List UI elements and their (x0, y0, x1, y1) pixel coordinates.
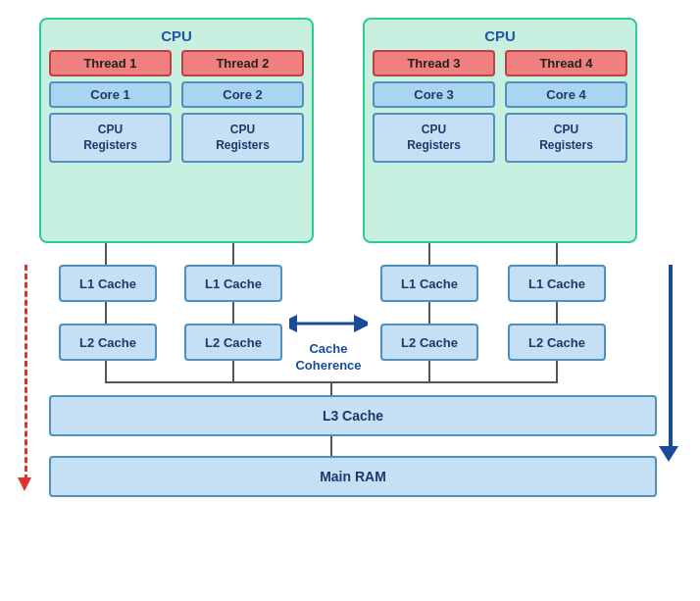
l2-cache-4: L2 Cache (508, 324, 606, 361)
core-3-box: Core 3 (373, 81, 495, 108)
vert-line-2 (232, 243, 234, 265)
vert-l2-l3-4 (556, 361, 558, 382)
cache-coherence-arrow (289, 314, 368, 341)
main-ram: Main RAM (49, 456, 657, 497)
vert-l1-l2-1 (105, 302, 107, 324)
core-4-box: Core 4 (505, 81, 627, 108)
vert-to-l3 (330, 381, 332, 395)
blue-arrow (662, 265, 678, 462)
thread-1-box: Thread 1 (49, 50, 172, 76)
l1-cache-3: L1 Cache (380, 265, 478, 302)
blue-arrow-head (659, 446, 678, 462)
registers-4-box: CPURegisters (505, 113, 627, 163)
core-unit-2: Thread 2 Core 2 CPURegisters (181, 50, 304, 163)
cpu-left: CPU Thread 1 Core 1 CPURegisters Thread … (39, 18, 314, 243)
core-unit-4: Thread 4 Core 4 CPURegisters (505, 50, 627, 163)
vert-line-4 (556, 243, 558, 265)
registers-3-box: CPURegisters (373, 113, 495, 163)
vert-l1-l2-4 (556, 302, 558, 324)
vert-l2-l3-2 (232, 361, 234, 382)
cpu-right-label: CPU (373, 27, 627, 44)
l1-cache-4: L1 Cache (508, 265, 606, 302)
registers-2-box: CPURegisters (181, 113, 304, 163)
vert-l2-l3-3 (428, 361, 430, 382)
cache-coherence-label: CacheCoherence (295, 341, 361, 375)
red-arrow-head (18, 477, 31, 491)
vert-line-1 (105, 243, 107, 265)
cpu-right-inner: Thread 3 Core 3 CPURegisters Thread 4 Co… (373, 50, 627, 163)
l1-cache-1: L1 Cache (59, 265, 157, 302)
cpu-left-label: CPU (49, 27, 304, 44)
red-dashed-line (25, 265, 27, 480)
cpu-left-inner: Thread 1 Core 1 CPURegisters Thread 2 Co… (49, 50, 304, 163)
core-unit-1: Thread 1 Core 1 CPURegisters (49, 50, 172, 163)
cpu-right: CPU Thread 3 Core 3 CPURegisters Thread … (363, 18, 637, 243)
cache-coherence: CacheCoherence (289, 314, 368, 375)
l3-cache: L3 Cache (49, 395, 657, 436)
vert-line-3 (428, 243, 430, 265)
l2-cache-2: L2 Cache (184, 324, 282, 361)
thread-4-box: Thread 4 (505, 50, 627, 76)
vert-l1-l2-2 (232, 302, 234, 324)
vert-l3-ram (330, 436, 332, 456)
vert-l2-l3-1 (105, 361, 107, 382)
vert-l1-l2-3 (428, 302, 430, 324)
l2-cache-1: L2 Cache (59, 324, 157, 361)
thread-2-box: Thread 2 (181, 50, 304, 76)
core-unit-3: Thread 3 Core 3 CPURegisters (373, 50, 495, 163)
diagram: CPU Thread 1 Core 1 CPURegisters Thread … (0, 0, 700, 601)
l2-cache-3: L2 Cache (380, 324, 478, 361)
core-2-box: Core 2 (181, 81, 304, 108)
l1-cache-2: L1 Cache (184, 265, 282, 302)
thread-3-box: Thread 3 (373, 50, 495, 76)
core-1-box: Core 1 (49, 81, 172, 108)
registers-1-box: CPURegisters (49, 113, 172, 163)
blue-arrow-line (669, 265, 673, 446)
